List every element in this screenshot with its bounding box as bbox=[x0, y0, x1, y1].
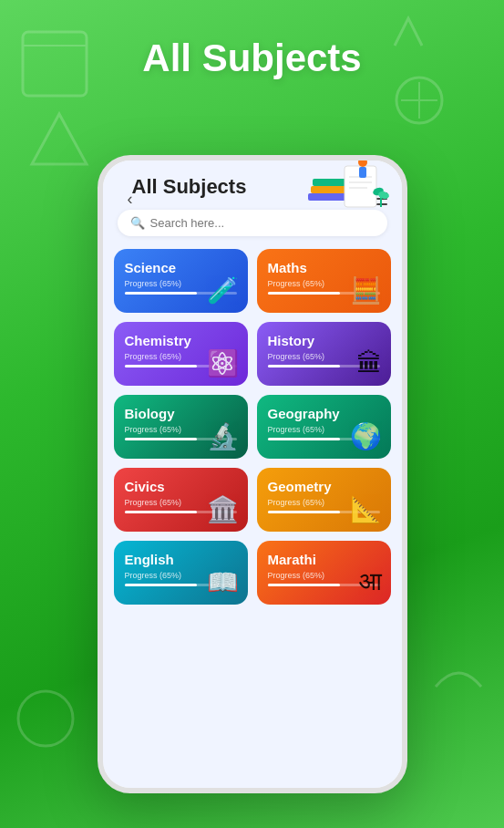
svg-marker-5 bbox=[32, 114, 87, 164]
subject-icon-science: 🧪 bbox=[207, 275, 239, 305]
subject-name-chemistry: Chemistry bbox=[125, 333, 237, 348]
subject-card-history[interactable]: History Progress (65%) 🏛 bbox=[257, 322, 391, 386]
subject-name-geography: Geography bbox=[268, 406, 380, 421]
subject-name-biology: Biology bbox=[125, 406, 237, 421]
subject-progress-fill-geometry bbox=[268, 511, 341, 513]
subject-name-science: Science bbox=[125, 260, 237, 275]
subject-card-maths[interactable]: Maths Progress (65%) 🧮 bbox=[257, 249, 391, 313]
subject-name-maths: Maths bbox=[268, 260, 380, 275]
hero-illustration bbox=[294, 160, 395, 230]
subject-progress-fill-civics bbox=[125, 511, 198, 513]
subject-icon-history: 🏛 bbox=[356, 348, 382, 378]
subject-icon-geography: 🌍 bbox=[350, 421, 382, 451]
subject-card-geometry[interactable]: Geometry Progress (65%) 📐 bbox=[257, 468, 391, 532]
subject-progress-fill-maths bbox=[268, 292, 341, 295]
svg-point-6 bbox=[18, 691, 73, 746]
bg-title: All Subjects bbox=[0, 36, 504, 80]
subject-card-english[interactable]: English Progress (65%) 📖 bbox=[114, 541, 248, 605]
subject-progress-fill-history bbox=[268, 365, 341, 367]
phone-content: ‹ All Subjects bbox=[103, 160, 402, 788]
svg-rect-9 bbox=[313, 179, 349, 186]
subject-name-civics: Civics bbox=[125, 479, 237, 494]
subject-icon-biology: 🔬 bbox=[207, 421, 239, 451]
subject-progress-fill-marathi bbox=[268, 584, 341, 586]
subject-name-english: English bbox=[125, 552, 237, 567]
search-icon: 🔍 bbox=[130, 216, 145, 230]
subject-name-history: History bbox=[268, 333, 380, 348]
subjects-grid: Science Progress (65%) 🧪 Maths Progress … bbox=[103, 249, 402, 623]
subject-progress-fill-chemistry bbox=[125, 365, 198, 367]
subject-name-geometry: Geometry bbox=[268, 479, 380, 494]
subject-card-chemistry[interactable]: Chemistry Progress (65%) ⚛️ bbox=[114, 322, 248, 386]
subject-icon-english: 📖 bbox=[207, 567, 239, 597]
subject-icon-geometry: 📐 bbox=[350, 494, 382, 524]
subject-icon-marathi: आ bbox=[359, 567, 382, 597]
subject-card-science[interactable]: Science Progress (65%) 🧪 bbox=[114, 249, 248, 313]
svg-rect-15 bbox=[359, 167, 366, 178]
subject-progress-fill-science bbox=[125, 292, 198, 295]
subject-icon-maths: 🧮 bbox=[350, 275, 382, 305]
subject-progress-fill-english bbox=[125, 584, 198, 586]
subject-card-geography[interactable]: Geography Progress (65%) 🌍 bbox=[257, 395, 391, 459]
subject-progress-fill-biology bbox=[125, 438, 198, 440]
subject-card-biology[interactable]: Biology Progress (65%) 🔬 bbox=[114, 395, 248, 459]
subject-card-marathi[interactable]: Marathi Progress (65%) आ bbox=[257, 541, 391, 605]
subject-icon-chemistry: ⚛️ bbox=[207, 348, 239, 378]
phone-frame: ‹ All Subjects bbox=[98, 155, 407, 793]
subject-progress-fill-geography bbox=[268, 438, 341, 440]
subject-card-civics[interactable]: Civics Progress (65%) 🏛️ bbox=[114, 468, 248, 532]
subject-icon-civics: 🏛️ bbox=[207, 494, 239, 524]
subject-name-marathi: Marathi bbox=[268, 552, 380, 567]
